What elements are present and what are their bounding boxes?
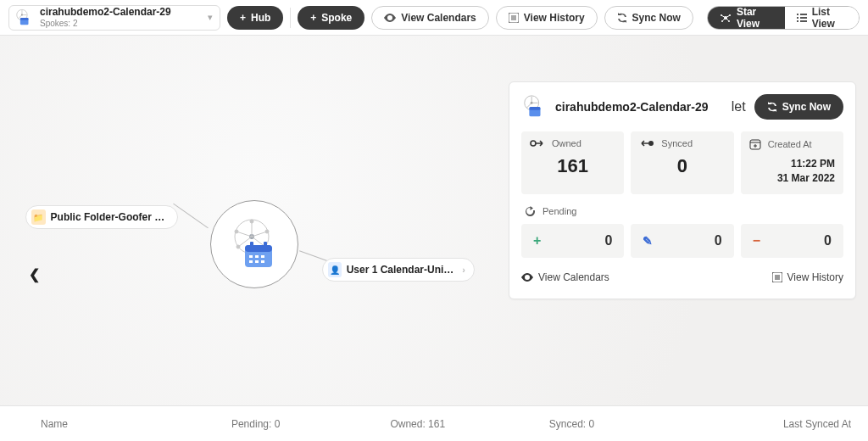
pending-label: Pending	[542, 206, 576, 216]
svg-point-56	[648, 141, 654, 146]
svg-point-55	[531, 141, 536, 146]
pencil-icon: ✎	[643, 234, 653, 248]
svg-rect-45	[249, 260, 253, 263]
chevron-down-icon: ▾	[208, 12, 213, 23]
list-icon	[509, 13, 519, 23]
list-icon	[772, 272, 782, 282]
created-time: 11:22 PM	[749, 157, 835, 171]
svg-rect-22	[797, 17, 798, 19]
view-history-label: View History	[524, 12, 585, 24]
svg-rect-54	[529, 107, 540, 110]
toolbar-divider	[290, 8, 291, 28]
pending-edit-value: 0	[715, 233, 722, 248]
owned-icon	[530, 138, 545, 148]
calendar-plus-icon	[749, 138, 761, 150]
svg-rect-42	[249, 255, 253, 258]
svg-point-37	[235, 230, 238, 233]
svg-point-35	[236, 245, 240, 248]
svg-line-18	[722, 18, 726, 21]
hub-selector-text: cirahubdemo2-Calendar-29 Spokes: 2	[40, 7, 201, 27]
panel-sync-now-button[interactable]: Sync Now	[754, 94, 843, 120]
synced-icon	[639, 138, 654, 148]
star-view-icon	[720, 12, 732, 24]
hub-node[interactable]	[210, 200, 298, 288]
spoke-label: Public Folder-Goofer Cal...	[51, 211, 169, 223]
panel-view-calendars-label: View Calendars	[538, 271, 609, 283]
synced-label: Synced	[661, 138, 693, 148]
list-view-icon	[797, 13, 807, 23]
spoke-node-user-calendar[interactable]: 👤 User 1 Calendar-United … ›	[322, 258, 475, 282]
folder-icon: 📁	[31, 209, 46, 225]
plus-icon: +	[240, 12, 246, 24]
footer-synced: Synced: 0	[549, 418, 708, 430]
stat-created: Created At 11:22 PM 31 Mar 2022	[741, 131, 843, 194]
footer-pending: Pending: 0	[231, 418, 390, 430]
list-view-tab[interactable]: List View	[785, 7, 859, 29]
add-spoke-label: Spoke	[321, 12, 352, 24]
svg-rect-44	[261, 255, 264, 258]
eye-icon	[521, 273, 533, 282]
star-view-canvas[interactable]: ❮ 📁 Public Folder-Goofer Cal...	[0, 36, 868, 405]
svg-line-19	[726, 18, 729, 21]
pending-delete-value: 0	[824, 233, 832, 248]
top-toolbar: cirahubdemo2-Calendar-29 Spokes: 2 ▾ + H…	[0, 0, 868, 36]
star-view-label: Star View	[737, 6, 773, 30]
svg-rect-21	[800, 14, 807, 15]
svg-rect-6	[20, 18, 29, 20]
hub-node-icon	[225, 215, 284, 274]
panel-view-history-link[interactable]: View History	[772, 271, 843, 283]
pending-edit: ✎ 0	[631, 224, 733, 258]
svg-rect-46	[255, 260, 259, 263]
hub-selector[interactable]: cirahubdemo2-Calendar-29 Spokes: 2 ▾	[8, 5, 220, 31]
plus-icon: +	[310, 12, 316, 24]
view-calendars-label: View Calendars	[401, 12, 476, 24]
footer-owned: Owned: 161	[390, 418, 548, 430]
chevron-right-icon: ›	[462, 265, 465, 275]
pending-add-value: 0	[604, 233, 612, 248]
sync-now-button[interactable]: Sync Now	[604, 6, 693, 30]
stat-synced: Synced 0	[631, 131, 733, 194]
hub-subtitle: Spokes: 2	[40, 19, 201, 28]
svg-rect-24	[797, 20, 798, 22]
svg-point-31	[265, 230, 269, 233]
owned-label: Owned	[552, 138, 581, 148]
spoke-node-public-folder[interactable]: 📁 Public Folder-Goofer Cal...	[25, 205, 178, 229]
star-view-tab[interactable]: Star View	[708, 7, 785, 29]
svg-point-29	[250, 220, 253, 223]
eye-icon	[384, 14, 396, 22]
panel-view-history-label: View History	[787, 271, 843, 283]
add-hub-button[interactable]: + Hub	[227, 6, 283, 30]
list-view-label: List View	[812, 6, 847, 30]
details-panel: cirahubdemo2-Calendar-29let Sync Now Own…	[509, 81, 856, 299]
pending-icon	[525, 206, 536, 217]
stat-owned: Owned 161	[521, 131, 624, 194]
view-history-button[interactable]: View History	[496, 6, 598, 30]
add-spoke-button[interactable]: + Spoke	[298, 6, 364, 30]
pending-add: + 0	[521, 224, 624, 258]
svg-rect-20	[797, 14, 798, 15]
spoke-connector	[173, 204, 209, 228]
svg-rect-25	[800, 20, 807, 22]
synced-value: 0	[639, 155, 725, 177]
pending-delete: − 0	[741, 224, 843, 258]
panel-title: cirahubdemo2-Calendar-29	[555, 100, 723, 114]
footer-name: Name	[17, 418, 231, 430]
svg-line-36	[236, 232, 252, 237]
view-toggle: Star View List View	[707, 6, 860, 30]
svg-line-30	[252, 232, 267, 237]
created-date: 31 Mar 2022	[749, 171, 835, 186]
panel-view-calendars-link[interactable]: View Calendars	[521, 271, 609, 283]
view-calendars-button[interactable]: View Calendars	[371, 6, 489, 30]
svg-rect-47	[261, 260, 264, 263]
svg-rect-43	[255, 255, 259, 258]
svg-rect-23	[800, 17, 807, 19]
spoke-label: User 1 Calendar-United …	[347, 264, 456, 276]
footer-bar: Name Pending: 0 Owned: 161 Synced: 0 Las…	[0, 405, 868, 441]
svg-rect-39	[245, 245, 272, 252]
sync-now-label: Sync Now	[632, 12, 681, 24]
hub-icon	[521, 94, 547, 120]
minus-icon: −	[753, 233, 760, 248]
hub-icon	[14, 8, 33, 27]
prev-arrow[interactable]: ❮	[25, 263, 43, 286]
plus-icon: +	[533, 233, 541, 248]
